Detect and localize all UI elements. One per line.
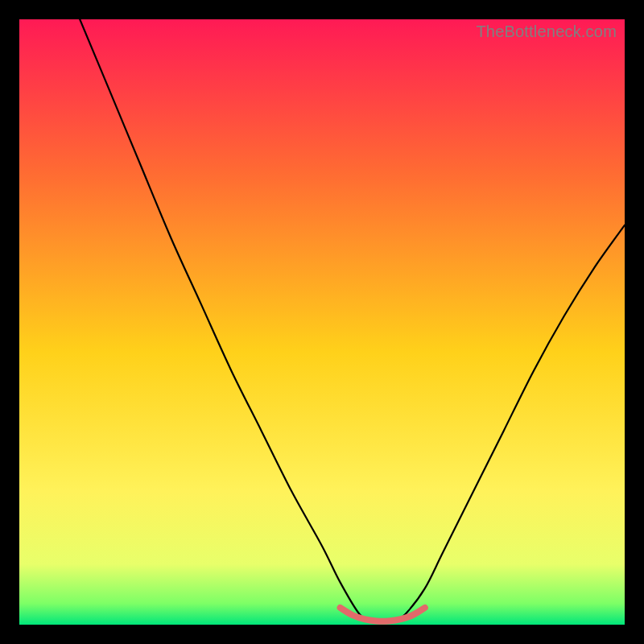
watermark-text: TheBottleneck.com — [476, 23, 617, 41]
plot-area: TheBottleneck.com — [19, 19, 625, 625]
chart-stage: TheBottleneck.com — [0, 0, 644, 644]
bottleneck-curve — [19, 19, 625, 625]
